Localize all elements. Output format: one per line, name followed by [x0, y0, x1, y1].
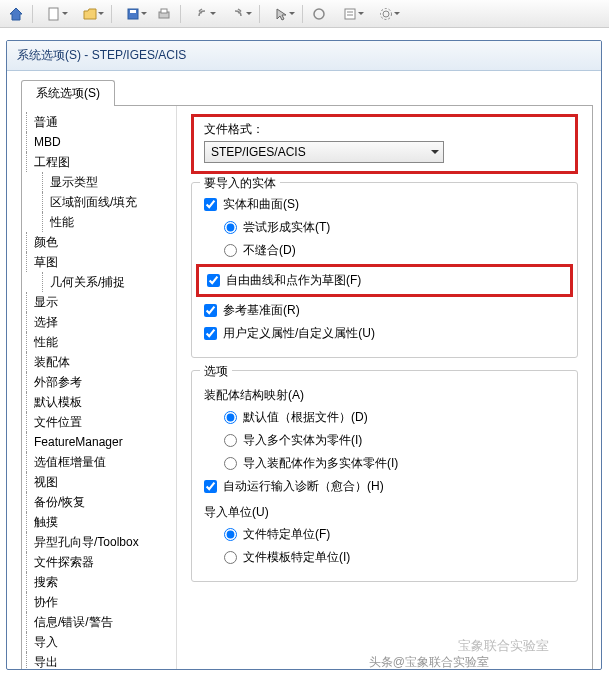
dialog-titlebar: 系统选项(S) - STEP/IGES/ACIS — [7, 41, 601, 71]
label: 导入多个实体为零件(I) — [243, 432, 362, 449]
tree-item[interactable]: MBD — [26, 132, 172, 152]
file-format-dropdown[interactable]: STEP/IGES/ACIS — [204, 141, 444, 163]
checkbox[interactable] — [204, 198, 217, 211]
tree-item[interactable]: 性能 — [26, 332, 172, 352]
tree-item[interactable]: 普通 — [26, 112, 172, 132]
separator — [302, 5, 303, 23]
separator — [32, 5, 33, 23]
tree-item[interactable]: 草图 — [26, 252, 172, 272]
tree-item[interactable]: 导出 — [26, 652, 172, 669]
svg-rect-4 — [161, 9, 167, 13]
radio[interactable] — [224, 528, 237, 541]
tab-label: 系统选项(S) — [36, 86, 100, 100]
tree-item[interactable]: 颜色 — [26, 232, 172, 252]
radio[interactable] — [224, 457, 237, 470]
tree-item[interactable]: 视图 — [26, 472, 172, 492]
new-file-icon[interactable] — [37, 3, 71, 25]
undo-icon[interactable] — [185, 3, 219, 25]
tree-item[interactable]: 工程图 — [26, 152, 172, 172]
label: 用户定义属性/自定义属性(U) — [223, 325, 375, 342]
check-solid-surface[interactable]: 实体和曲面(S) — [204, 193, 565, 216]
label: 自动运行输入诊断（愈合）(H) — [223, 478, 384, 495]
check-ref-plane[interactable]: 参考基准面(R) — [204, 299, 565, 322]
home-icon[interactable] — [4, 3, 28, 25]
tree-item[interactable]: 文件位置 — [26, 412, 172, 432]
open-file-icon[interactable] — [73, 3, 107, 25]
label: 默认值（根据文件）(D) — [243, 409, 368, 426]
rebuild-icon[interactable] — [307, 3, 331, 25]
svg-rect-6 — [345, 9, 355, 19]
tab-content: 普通MBD工程图显示类型区域剖面线/填充性能颜色草图几何关系/捕捉显示选择性能装… — [21, 105, 593, 670]
checkbox[interactable] — [207, 274, 220, 287]
tree-item[interactable]: 异型孔向导/Toolbox — [26, 532, 172, 552]
tree-item[interactable]: 信息/错误/警告 — [26, 612, 172, 632]
group-title: 选项 — [200, 363, 232, 380]
tree-item[interactable]: 文件探索器 — [26, 552, 172, 572]
check-custom-props[interactable]: 用户定义属性/自定义属性(U) — [204, 322, 565, 345]
tree-item[interactable]: 默认模板 — [26, 392, 172, 412]
check-free-curves[interactable]: 自由曲线和点作为草图(F) — [207, 269, 562, 292]
import-units-label: 导入单位(U) — [204, 498, 565, 523]
check-auto-diagnostics[interactable]: 自动运行输入诊断（愈合）(H) — [204, 475, 565, 498]
file-format-highlight: 文件格式： STEP/IGES/ACIS — [191, 114, 578, 174]
radio-import-assembly-multi[interactable]: 导入装配体作为多实体零件(I) — [204, 452, 565, 475]
label: 导入装配体作为多实体零件(I) — [243, 455, 398, 472]
tree-item[interactable]: 区域剖面线/填充 — [26, 192, 172, 212]
tree-item[interactable]: 外部参考 — [26, 372, 172, 392]
radio-default-by-file[interactable]: 默认值（根据文件）(D) — [204, 406, 565, 429]
tree-item[interactable]: 导入 — [26, 632, 172, 652]
save-icon[interactable] — [116, 3, 150, 25]
tree-item[interactable]: 选值框增量值 — [26, 452, 172, 472]
redo-icon[interactable] — [221, 3, 255, 25]
tree-item[interactable]: 触摸 — [26, 512, 172, 532]
tree-item[interactable]: 协作 — [26, 592, 172, 612]
tabs-area: 系统选项(S) — [7, 71, 601, 105]
radio[interactable] — [224, 551, 237, 564]
svg-point-5 — [314, 9, 324, 19]
options-dialog: 系统选项(S) - STEP/IGES/ACIS 系统选项(S) 普通MBD工程… — [6, 40, 602, 670]
label: 自由曲线和点作为草图(F) — [226, 272, 361, 289]
dropdown-value: STEP/IGES/ACIS — [211, 145, 306, 159]
app-toolbar — [0, 0, 609, 28]
checkbox[interactable] — [204, 327, 217, 340]
radio[interactable] — [224, 221, 237, 234]
options-group: 选项 装配体结构映射(A) 默认值（根据文件）(D) 导入多个实体为零件(I) … — [191, 370, 578, 582]
radio-try-solid[interactable]: 尝试形成实体(T) — [204, 216, 565, 239]
radio[interactable] — [224, 244, 237, 257]
dialog-title: 系统选项(S) - STEP/IGES/ACIS — [17, 48, 186, 62]
settings-pane: 文件格式： STEP/IGES/ACIS 要导入的实体 实体和曲面(S) 尝试形… — [177, 106, 592, 669]
radio-import-multi-parts[interactable]: 导入多个实体为零件(I) — [204, 429, 565, 452]
tree-item[interactable]: 显示 — [26, 292, 172, 312]
tree-item[interactable]: FeatureManager — [26, 432, 172, 452]
tree-item[interactable]: 选择 — [26, 312, 172, 332]
checkbox[interactable] — [204, 304, 217, 317]
free-curves-highlight: 自由曲线和点作为草图(F) — [196, 264, 573, 297]
options-gear-icon[interactable] — [369, 3, 403, 25]
tree-item[interactable]: 几何关系/捕捉 — [26, 272, 172, 292]
svg-point-10 — [381, 8, 392, 19]
label: 参考基准面(R) — [223, 302, 300, 319]
label: 不缝合(D) — [243, 242, 296, 259]
category-tree: 普通MBD工程图显示类型区域剖面线/填充性能颜色草图几何关系/捕捉显示选择性能装… — [22, 106, 177, 669]
radio[interactable] — [224, 411, 237, 424]
radio-template-units[interactable]: 文件模板特定单位(I) — [204, 546, 565, 569]
print-icon[interactable] — [152, 3, 176, 25]
radio[interactable] — [224, 434, 237, 447]
import-entities-group: 要导入的实体 实体和曲面(S) 尝试形成实体(T) 不缝合(D) 自由曲线和 — [191, 182, 578, 358]
checkbox[interactable] — [204, 480, 217, 493]
tree-item[interactable]: 显示类型 — [26, 172, 172, 192]
tree-item[interactable]: 装配体 — [26, 352, 172, 372]
radio-no-stitch[interactable]: 不缝合(D) — [204, 239, 565, 262]
file-format-label: 文件格式： — [204, 121, 565, 138]
tree-item[interactable]: 搜索 — [26, 572, 172, 592]
select-icon[interactable] — [264, 3, 298, 25]
radio-file-units[interactable]: 文件特定单位(F) — [204, 523, 565, 546]
properties-icon[interactable] — [333, 3, 367, 25]
svg-rect-0 — [49, 8, 58, 20]
tab-system-options[interactable]: 系统选项(S) — [21, 80, 115, 106]
svg-point-9 — [383, 11, 389, 17]
tree-item[interactable]: 备份/恢复 — [26, 492, 172, 512]
tree-item[interactable]: 性能 — [26, 212, 172, 232]
separator — [259, 5, 260, 23]
separator — [111, 5, 112, 23]
